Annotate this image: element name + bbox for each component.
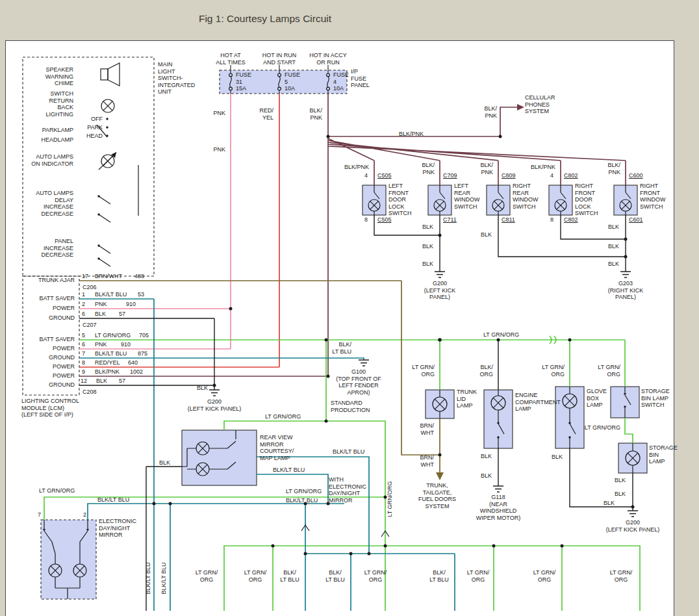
blk-wires [79,215,633,611]
contact-dot [497,422,499,424]
rear-view-mirror-lamp-box [182,430,257,485]
contact-dot [624,405,626,407]
switch-contact-dot [97,213,99,215]
main-light-switch-outline [23,57,154,276]
contact-dot [86,528,88,530]
switch-contact-dot [97,244,99,246]
switch-contact-dot [97,257,99,259]
blk-pnk-wires [79,94,626,376]
trunk-system-arrow-icon [436,472,444,480]
pink-wires [79,94,231,349]
cellular-arrow-icon [517,104,524,110]
switch-contact-dot [106,135,108,136]
lcm-outline [23,276,79,395]
contact-dot [43,528,45,530]
wiring-diagram-svg [0,0,699,616]
switch-contact-dot [106,118,108,120]
page: Fig 1: Courtesy Lamps Circuit [0,0,699,616]
red-yel-wires [79,94,279,367]
contact-dot [568,436,570,438]
lamp-symbols [44,387,640,599]
inline-connector-icons [301,525,389,537]
blk-lt-blu-wires [79,299,455,611]
contact-dot [568,422,570,424]
switch-contact-dot [106,126,108,128]
switch-contact-dot [97,195,99,197]
contact-dot [624,392,626,394]
contact-dot [497,436,499,438]
main-light-switch-symbols [97,63,138,266]
electronic-mirror-box [41,520,96,599]
lt-grn-org-wires [44,336,640,611]
